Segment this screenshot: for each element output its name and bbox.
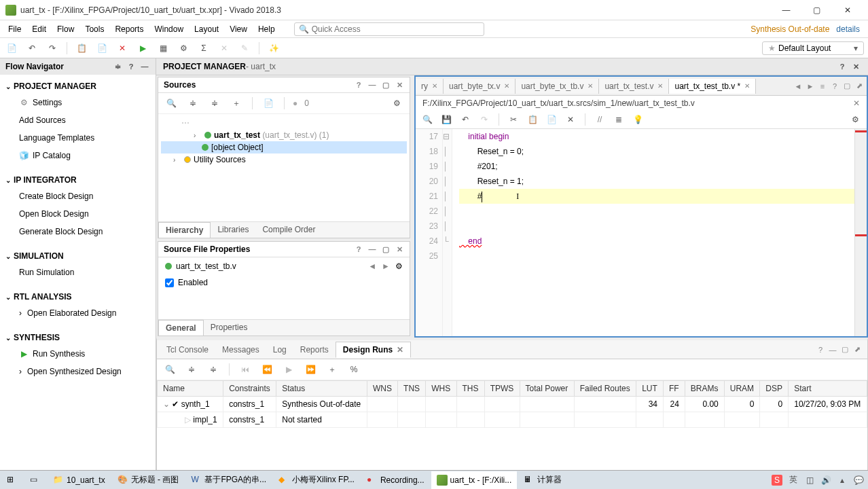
enabled-checkbox[interactable]: Enabled <box>158 275 410 290</box>
gear-icon[interactable]: ⚙ <box>849 113 861 126</box>
nav-language-templates[interactable]: Language Templates <box>0 129 156 147</box>
paste-icon[interactable]: 📄 <box>545 113 558 126</box>
col-dsp[interactable]: DSP <box>760 381 789 397</box>
col-tpws[interactable]: TPWS <box>484 381 520 397</box>
collapse-icon[interactable]: ≑ <box>184 362 199 377</box>
redo-icon[interactable]: ↷ <box>478 113 490 126</box>
col-fr[interactable]: Failed Routes <box>574 381 636 397</box>
editor-tab-tx-test-tb[interactable]: uart_tx_test_tb.v *✕ <box>669 79 756 94</box>
quick-access-search[interactable]: 🔍 <box>294 22 484 36</box>
nav-create-block[interactable]: Create Block Design <box>0 187 156 205</box>
menu-help[interactable]: Help <box>253 22 281 37</box>
minimize-button[interactable]: — <box>771 1 801 20</box>
search-icon[interactable]: 🔍 <box>162 362 177 377</box>
tab-compile-order[interactable]: Compile Order <box>255 222 322 238</box>
close-button[interactable]: ✕ <box>832 1 863 20</box>
editor-tab-ry[interactable]: ry✕ <box>416 79 444 94</box>
prev-button[interactable]: ◄ <box>368 261 376 271</box>
collapse-icon[interactable]: ≑ <box>185 96 200 111</box>
bottom-help[interactable]: ? <box>816 345 825 355</box>
sfp-minimize[interactable]: — <box>367 244 377 254</box>
close-icon[interactable]: ✕ <box>397 345 403 355</box>
tabs-list[interactable]: ≡ <box>818 82 827 91</box>
bottom-min[interactable]: — <box>828 345 837 355</box>
col-status[interactable]: Status <box>276 381 367 397</box>
nav-section-synthesis[interactable]: ⌄SYNTHESIS <box>0 330 156 345</box>
sources-help[interactable]: ? <box>354 80 363 90</box>
nav-section-simulation[interactable]: ⌄SIMULATION <box>0 249 156 264</box>
sources-close[interactable]: ✕ <box>395 80 404 90</box>
tab-messages[interactable]: Messages <box>215 342 266 357</box>
tabs-max[interactable]: ▢ <box>842 82 852 91</box>
menu-flow[interactable]: Flow <box>52 22 79 37</box>
play-icon[interactable]: ▶ <box>281 362 296 377</box>
chevron-right-icon[interactable]: › <box>194 132 202 139</box>
layout-dropdown[interactable]: ★ Default Layout ▾ <box>762 41 864 55</box>
sources-maximize[interactable]: ▢ <box>381 80 391 90</box>
first-icon[interactable]: ⏮ <box>238 362 253 377</box>
paste-button[interactable]: 📄 <box>94 41 109 56</box>
redo-button[interactable]: ↷ <box>45 41 60 56</box>
menu-edit[interactable]: Edit <box>26 22 52 37</box>
nav-open-elaborated[interactable]: ›Open Elaborated Design <box>0 304 156 322</box>
nav-help-button[interactable]: ? <box>126 61 137 72</box>
tree-item-utility[interactable]: › Utility Sources <box>161 153 407 166</box>
tree-item-uart-tx-test[interactable]: › uart_tx_test (uart_tx_test.v) (1) <box>161 129 407 141</box>
details-link[interactable]: details <box>836 24 860 34</box>
lang-icon[interactable]: 英 <box>788 475 799 486</box>
sigma-button[interactable]: Σ <box>196 41 211 56</box>
gear-icon[interactable]: ⚙ <box>389 96 404 111</box>
delete-icon[interactable]: ✕ <box>564 113 577 126</box>
nav-run-synthesis[interactable]: ▶Run Synthesis <box>0 345 156 363</box>
next-button[interactable]: ► <box>382 261 390 271</box>
tree-item-uart-tx-test-tb[interactable]: [object Object] <box>161 141 407 153</box>
pm-help-button[interactable]: ? <box>837 61 848 72</box>
undo-icon[interactable]: ↶ <box>459 113 471 126</box>
task-calc[interactable]: 🖩计算器 <box>518 471 567 489</box>
menu-layout[interactable]: Layout <box>189 22 224 37</box>
tab-libraries[interactable]: Libraries <box>211 222 255 238</box>
task-vivado[interactable]: uart_tx - [F:/Xili... <box>431 471 518 489</box>
new-button[interactable]: 📄 <box>4 41 19 56</box>
start-button[interactable]: ⊞ <box>1 471 23 489</box>
nav-generate-block[interactable]: Generate Block Design <box>0 223 156 240</box>
close-icon[interactable]: ✕ <box>587 82 593 90</box>
col-whs[interactable]: WHS <box>426 381 456 397</box>
editor-tab-byte-tx[interactable]: uart_byte_tx.v✕ <box>444 79 516 94</box>
prev-icon[interactable]: ⏪ <box>259 362 274 377</box>
network-icon[interactable]: ◫ <box>804 475 815 486</box>
nav-section-rtl[interactable]: ⌄RTL ANALYSIS <box>0 289 156 304</box>
add-icon[interactable]: ＋ <box>229 96 244 111</box>
bottom-max[interactable]: ▢ <box>840 345 850 355</box>
step-button[interactable]: ▦ <box>156 41 170 56</box>
task-paint[interactable]: 🎨无标题 - 画图 <box>112 471 185 489</box>
close-icon[interactable]: ✕ <box>744 82 750 90</box>
undo-button[interactable]: ↶ <box>24 41 39 56</box>
nav-add-sources[interactable]: Add Sources <box>0 111 156 129</box>
expand-icon[interactable]: ≑ <box>207 96 222 111</box>
ime-icon[interactable]: S <box>772 475 782 486</box>
col-name[interactable]: Name <box>158 381 223 397</box>
run-button[interactable]: ▶ <box>135 41 150 56</box>
editor-tab-byte-tx-tb[interactable]: uart_byte_tx_tb.v✕ <box>516 79 599 94</box>
design-runs-table[interactable]: Name Constraints Status WNS TNS WHS THS … <box>157 380 867 470</box>
col-ths[interactable]: THS <box>456 381 484 397</box>
nav-hide-button[interactable]: — <box>139 61 150 72</box>
col-tns[interactable]: TNS <box>398 381 426 397</box>
tab-properties[interactable]: Properties <box>204 320 255 336</box>
nav-run-simulation[interactable]: Run Simulation <box>0 264 156 281</box>
bulb-icon[interactable]: 💡 <box>632 113 644 126</box>
sfp-close[interactable]: ✕ <box>395 244 404 254</box>
tab-hierarchy[interactable]: Hierarchy <box>158 222 211 238</box>
menu-view[interactable]: View <box>224 22 253 37</box>
sfp-help[interactable]: ? <box>354 244 363 254</box>
menu-tools[interactable]: Tools <box>79 22 109 37</box>
cancel-icon[interactable]: ✕ <box>115 41 130 56</box>
maximize-button[interactable]: ▢ <box>801 1 832 20</box>
col-start[interactable]: Start <box>789 381 867 397</box>
sfp-maximize[interactable]: ▢ <box>381 244 391 254</box>
taskview-button[interactable]: ▭ <box>24 471 46 489</box>
quick-access-input[interactable] <box>312 24 480 34</box>
tab-general[interactable]: General <box>158 320 204 336</box>
nav-section-ip-integrator[interactable]: ⌄IP INTEGRATOR <box>0 173 156 187</box>
